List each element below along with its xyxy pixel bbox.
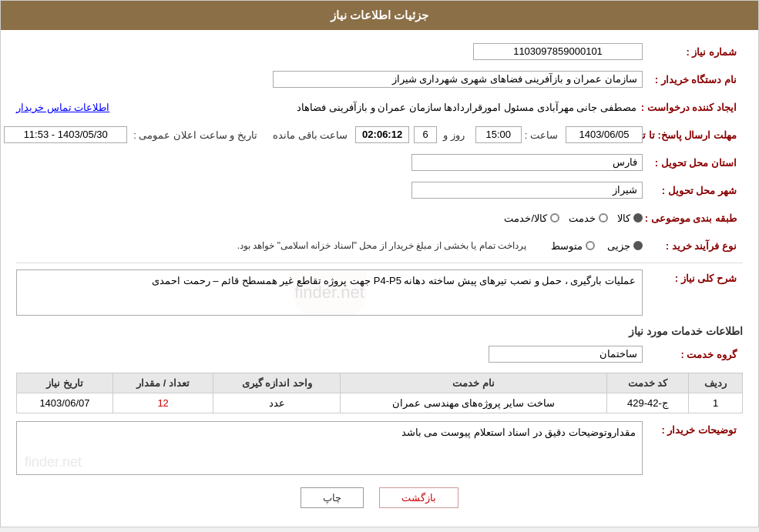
cell-unit: عدد (213, 393, 341, 413)
cell-code: ج-42-429 (606, 393, 688, 413)
city-value: شیراز (411, 182, 643, 199)
radio-goods-icon (633, 213, 643, 223)
buyer-notes-box: finder.net مقداروتوضیحات دقیق در اسناد ا… (16, 421, 643, 475)
buyer-org-row: نام دستگاه خریدار : سازمان عمران و بازآف… (16, 69, 743, 90)
purchase-note: پرداخت تمام یا بخشی از مبلغ خریدار از مح… (237, 240, 526, 251)
need-desc-box: finder.net عملیات بارگیری ، حمل و نصب تی… (16, 269, 643, 316)
content-area: شماره نیاز : 1103097859000101 نام دستگاه… (1, 30, 758, 527)
category-label: طبقه بندی موضوعی : (643, 212, 743, 224)
services-section-title: اطلاعات خدمات مورد نیاز (16, 325, 743, 337)
announce-value: 1403/05/30 - 11:53 (4, 126, 127, 143)
print-button[interactable]: چاپ (301, 487, 364, 508)
cell-qty: 12 (113, 393, 213, 413)
request-number-row: شماره نیاز : 1103097859000101 (16, 41, 743, 62)
th-qty: تعداد / مقدار (113, 373, 213, 393)
category-option-service[interactable]: خدمت (569, 212, 608, 224)
purchase-jozi-label: جزیی (607, 240, 630, 252)
services-table: ردیف کد خدمت نام خدمت واحد اندازه گیری ت… (16, 373, 743, 413)
buyer-notes-value: مقداروتوضیحات دقیق در اسناد استعلام پیوس… (23, 427, 636, 438)
creator-name: مصطفی جانی مهرآبادی مسئول امورقراردادها … (114, 100, 641, 115)
page-title: جزئیات اطلاعات نیاز (331, 8, 428, 22)
deadline-time: 15:00 (475, 126, 522, 143)
divider-1 (16, 263, 743, 263)
city-label: شهر محل تحویل : (643, 185, 743, 196)
need-desc-label: شرح کلی نیاز : (643, 269, 743, 284)
remaining-label: ساعت باقی مانده (273, 129, 348, 141)
category-option-both[interactable]: کالا/خدمت (504, 212, 559, 224)
service-group-label: گروه خدمت : (643, 349, 743, 360)
deadline-label: مهلت ارسال پاسخ: تا تاریخ : (643, 129, 743, 141)
category-goods-label: کالا (617, 212, 630, 224)
deadline-time-label: ساعت : (525, 129, 558, 141)
th-date: تاریخ نیاز (17, 373, 113, 393)
purchase-type-label: نوع فرآیند خرید : (643, 240, 743, 252)
back-button[interactable]: بازگشت (379, 487, 458, 508)
cell-name: ساخت سایر پروژه‌های مهندسی عمران (340, 393, 606, 413)
category-row: طبقه بندی موضوعی : کالا خدمت کالا/خدمت (16, 207, 743, 229)
cell-row-num: 1 (689, 393, 743, 413)
deadline-date: 1403/06/05 (566, 126, 643, 143)
radio-service-icon (599, 213, 608, 223)
services-table-section: ردیف کد خدمت نام خدمت واحد اندازه گیری ت… (16, 373, 743, 413)
category-service-label: خدمت (569, 212, 596, 224)
province-value: فارس (411, 154, 643, 171)
th-row-num: ردیف (689, 373, 743, 393)
category-both-label: کالا/خدمت (504, 212, 547, 224)
radio-motavassit-icon (586, 241, 595, 250)
notes-watermark: finder.net (25, 454, 82, 470)
radio-both-icon (550, 213, 559, 223)
th-unit: واحد اندازه گیری (213, 373, 341, 393)
request-number-label: شماره نیاز : (643, 46, 743, 58)
deadline-days: 6 (414, 126, 437, 143)
buyer-notes-label: توضیحات خریدار : (643, 421, 743, 436)
deadline-days-label: روز و (443, 129, 465, 141)
creator-label: ایجاد کننده درخواست : (641, 102, 743, 113)
request-number-value: 1103097859000101 (473, 43, 643, 60)
page-wrapper: جزئیات اطلاعات نیاز شماره نیاز : 1103097… (0, 0, 759, 527)
radio-jozi-icon (633, 241, 643, 250)
buttons-row: بازگشت چاپ (16, 487, 743, 508)
cell-date: 1403/06/07 (17, 393, 113, 413)
category-option-goods[interactable]: کالا (617, 212, 643, 224)
need-desc-value: عملیات بارگیری ، حمل و نصب تیرهای پیش سا… (23, 275, 636, 286)
purchase-type-row: نوع فرآیند خرید : جزیی متوسط پرداخت تمام… (16, 235, 743, 256)
buyer-notes-row: توضیحات خریدار : finder.net مقداروتوضیحا… (16, 421, 743, 475)
page-header: جزئیات اطلاعات نیاز (1, 1, 758, 30)
province-row: استان محل تحویل : فارس (16, 152, 743, 173)
service-group-value: ساختمان (489, 346, 643, 363)
purchase-motavassit[interactable]: متوسط (551, 240, 595, 252)
table-row: 1 ج-42-429 ساخت سایر پروژه‌های مهندسی عم… (17, 393, 743, 413)
service-group-row: گروه خدمت : ساختمان (16, 343, 743, 365)
city-row: شهر محل تحویل : شیراز (16, 179, 743, 201)
purchase-type-options: جزیی متوسط پرداخت تمام یا بخشی از مبلغ خ… (237, 240, 643, 252)
remaining-time: 02:06:12 (355, 126, 409, 143)
table-header-row: ردیف کد خدمت نام خدمت واحد اندازه گیری ت… (17, 373, 743, 393)
need-desc-row: شرح کلی نیاز : finder.net عملیات بارگیری… (16, 269, 743, 316)
category-radio-group: کالا خدمت کالا/خدمت (504, 212, 643, 224)
th-code: کد خدمت (606, 373, 688, 393)
buyer-org-label: نام دستگاه خریدار : (643, 74, 743, 85)
creator-row: ایجاد کننده درخواست : مصطفی جانی مهرآباد… (16, 96, 743, 118)
purchase-motavassit-label: متوسط (551, 240, 583, 252)
buyer-org-value: سازمان عمران و بازآفرینی فضاهای شهری شهر… (273, 71, 643, 88)
announce-label: تاریخ و ساعت اعلان عمومی : (133, 129, 273, 141)
deadline-row: مهلت ارسال پاسخ: تا تاریخ : 1403/06/05 س… (16, 124, 743, 146)
province-label: استان محل تحویل : (643, 157, 743, 169)
th-name: نام خدمت (340, 373, 606, 393)
creator-link[interactable]: اطلاعات تماس خریدار (16, 102, 109, 113)
purchase-jozi[interactable]: جزیی (607, 240, 643, 252)
